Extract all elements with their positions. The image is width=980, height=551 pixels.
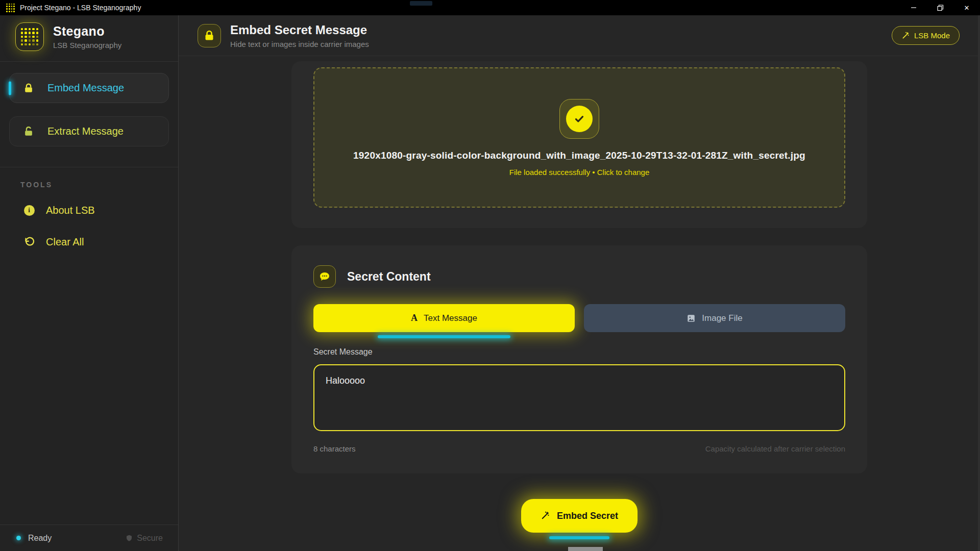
embed-secret-label: Embed Secret xyxy=(557,511,618,521)
undo-icon xyxy=(23,236,35,247)
secret-content-header: Secret Content xyxy=(313,265,845,288)
carrier-card: 980x551-gray-solid-color-background_wi… xyxy=(291,61,867,228)
carrier-filename: 980x551-gray-solid-color-background_wi… xyxy=(353,150,805,161)
tab-label: Image File xyxy=(702,313,742,323)
window-controls: ✕ xyxy=(900,0,980,15)
shield-icon xyxy=(125,534,133,542)
tool-label: Clear All xyxy=(46,236,84,248)
vertical-scrollbar-track[interactable] xyxy=(978,15,980,551)
lock-icon xyxy=(203,30,215,42)
secret-content-card: Secret Content A Text Message xyxy=(291,245,867,473)
main-area: Embed Secret Message Hide text or images… xyxy=(179,15,980,551)
titlebar-artifact xyxy=(410,1,432,6)
sidebar-item-embed-message[interactable]: Embed Message xyxy=(9,73,169,103)
titlebar: Project Stegano - LSB Steganography ✕ xyxy=(0,0,980,15)
app-grid-icon xyxy=(6,4,15,12)
secret-footer: 8 characters Capacity calculated after c… xyxy=(313,444,845,453)
secret-tabs: A Text Message Image File xyxy=(313,304,845,332)
carrier-dropzone[interactable]: 980x551-gray-solid-color-background_wi… xyxy=(313,67,845,208)
check-circle-icon xyxy=(566,106,593,132)
tools-heading: TOOLS xyxy=(0,167,178,189)
chat-bubble-icon xyxy=(318,270,331,283)
secret-message-input[interactable]: Halooooo xyxy=(313,364,845,431)
lsb-mode-label: LSB Mode xyxy=(914,31,950,40)
stegano-logo-icon xyxy=(15,22,44,51)
wand-icon xyxy=(901,32,910,40)
tab-image-file[interactable]: Image File xyxy=(584,304,845,332)
sidebar: Stegano LSB Steganography Embed Message xyxy=(0,15,179,551)
file-loaded-badge xyxy=(559,99,599,139)
secret-message-label: Secret Message xyxy=(313,347,845,357)
image-icon xyxy=(687,314,696,323)
sidebar-item-label: Extract Message xyxy=(47,126,124,137)
info-icon: i xyxy=(23,205,35,216)
carrier-status: File loaded successfully • Click to chan… xyxy=(509,168,650,177)
status-bar: Ready Secure xyxy=(0,524,178,551)
active-indicator xyxy=(9,81,11,95)
sidebar-item-about-lsb[interactable]: i About LSB xyxy=(0,200,178,220)
ready-status: Ready xyxy=(28,534,52,543)
sidebar-item-clear-all[interactable]: Clear All xyxy=(0,232,178,252)
chat-bubble-badge xyxy=(313,265,336,288)
page-header: Embed Secret Message Hide text or images… xyxy=(179,15,980,56)
char-count: 8 characters xyxy=(313,444,356,453)
sidebar-nav: Embed Message Extract Message xyxy=(0,62,178,146)
brand-name: Stegano xyxy=(53,24,121,39)
page-subtitle: Hide text or images inside carrier image… xyxy=(230,40,369,48)
minimize-icon xyxy=(911,5,917,11)
tool-label: About LSB xyxy=(46,205,95,216)
content-scroll: 980x551-gray-solid-color-background_wi… xyxy=(179,56,980,551)
sidebar-item-extract-message[interactable]: Extract Message xyxy=(9,116,169,146)
header-lock-badge xyxy=(198,24,221,47)
tab-text-message[interactable]: A Text Message xyxy=(313,304,575,332)
sidebar-item-label: Embed Message xyxy=(47,82,124,94)
window-title: Project Stegano - LSB Steganography xyxy=(20,4,141,12)
restore-button[interactable] xyxy=(927,0,953,15)
secret-content-title: Secret Content xyxy=(347,270,431,284)
capacity-note: Capacity calculated after carrier select… xyxy=(705,444,845,453)
close-button[interactable]: ✕ xyxy=(953,0,980,15)
ready-dot-icon xyxy=(16,536,21,540)
brand-header: Stegano LSB Steganography xyxy=(0,15,178,62)
page-title: Embed Secret Message xyxy=(230,23,369,37)
lsb-mode-badge[interactable]: LSB Mode xyxy=(892,26,960,45)
embed-secret-button[interactable]: Embed Secret xyxy=(521,499,638,533)
brand-subtitle: LSB Steganography xyxy=(53,41,121,49)
tab-label: Text Message xyxy=(424,313,477,323)
horizontal-scrollbar-thumb[interactable] xyxy=(568,547,603,551)
text-icon: A xyxy=(411,313,418,323)
restore-icon xyxy=(937,5,944,11)
secure-status: Secure xyxy=(125,534,163,543)
app-window: Project Stegano - LSB Steganography ✕ xyxy=(0,0,980,551)
minimize-button[interactable] xyxy=(900,0,927,15)
lock-open-icon xyxy=(23,126,34,137)
wand-icon xyxy=(541,511,550,520)
lock-closed-icon xyxy=(23,83,34,94)
secure-label: Secure xyxy=(137,534,163,543)
